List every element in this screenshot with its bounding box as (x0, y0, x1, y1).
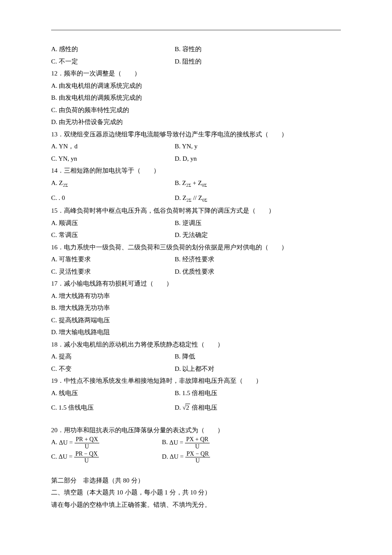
gap (51, 464, 341, 474)
exam-page: A. 感性的 B. 容性的 C. 不一定 D. 阻性的 12．频率的一次调整是（… (0, 0, 392, 555)
q13-opt-b: B. YN, y (175, 140, 341, 153)
q11-option-row-1: A. 感性的 B. 容性的 (51, 43, 341, 55)
q19-opt-b: B. 1.5 倍相电压 (175, 387, 341, 399)
q14-d-math: Z2Σ // Z0Σ (182, 194, 207, 201)
q14-b-math: Z2Σ + Z0Σ (182, 179, 207, 186)
q20-d-eq: ΔU = PX − QRU (170, 453, 210, 460)
q14-a-label: A. (51, 179, 58, 186)
radicand: 2 (185, 404, 190, 411)
q16-option-row-2: C. 灵活性要求 D. 优质性要求 (51, 266, 341, 278)
denominator: U (185, 457, 210, 464)
q20-opt-a: A. ΔU = PR + QXU (51, 436, 162, 450)
option-a: A. 感性的 (51, 43, 175, 55)
q19-option-row-2: C. 1.5 倍线电压 D. √2 倍相电压 (51, 402, 341, 414)
math-par: // (191, 194, 198, 201)
numerator: PX + QR (185, 436, 210, 443)
q14-option-row-1: A. Z2Σ B. Z2Σ + Z0Σ (51, 177, 341, 190)
math-sub: 0Σ (202, 197, 207, 202)
q14-b-label: B. (175, 179, 181, 186)
q19-opt-d: D. √2 倍相电压 (175, 402, 341, 414)
q12-opt-d: D. 由无功补偿设备完成的 (51, 116, 341, 128)
q14-d-label: D. (175, 194, 181, 201)
fill-blank-note: 请在每小题的空格中填上正确答案。错填、不填均无分。 (51, 499, 341, 511)
denominator: U (74, 457, 99, 464)
q17-opt-c: C. 提高线路两端电压 (51, 314, 341, 327)
q15-option-row-2: C. 常调压 D. 无法确定 (51, 229, 341, 241)
q17-opt-b: B. 增大线路无功功率 (51, 302, 341, 314)
option-b: B. 容性的 (175, 43, 341, 55)
q19-stem: 19．中性点不接地系统发生单相接地短路时，非故障相电压升高至（ ） (51, 375, 341, 387)
q11-option-row-2: C. 不一定 D. 阻性的 (51, 55, 341, 68)
q16-opt-d: D. 优质性要求 (175, 266, 341, 278)
q15-option-row-1: A. 顺调压 B. 逆调压 (51, 217, 341, 229)
q16-opt-b: B. 经济性要求 (175, 253, 341, 266)
math-base: Z (198, 179, 202, 186)
q19-opt-c: C. 1.5 倍线电压 (51, 402, 175, 414)
q20-a-label: A. (51, 439, 58, 446)
math-sub: 0Σ (202, 182, 207, 188)
q18-stem: 18．减小发电机组的原动机出力将使系统静态稳定性（ ） (51, 338, 341, 351)
math-sub: 2Σ (186, 182, 191, 188)
math-sub: 2Σ (187, 197, 192, 202)
q17-opt-a: A. 增大线路有功功率 (51, 290, 341, 302)
q13-option-row-1: A. YN，d B. YN, y (51, 140, 341, 153)
q15-opt-d: D. 无法确定 (175, 229, 341, 241)
q16-opt-c: C. 灵活性要求 (51, 266, 175, 278)
fraction: PR + QXU (75, 436, 99, 450)
q19-opt-a: A. 线电压 (51, 387, 175, 399)
q16-stem: 16．电力系统中一级负荷、二级负荷和三级负荷的划分依据是用户对供电的（ ） (51, 241, 341, 254)
q14-a-math: Z2Σ (59, 179, 68, 186)
q15-opt-c: C. 常调压 (51, 229, 175, 241)
q17-stem: 17．减小输电线路有功损耗可通过（ ） (51, 278, 341, 290)
fraction: PX + QRU (185, 436, 210, 450)
q13-opt-a: A. YN，d (51, 140, 175, 153)
q17-opt-d: D. 增大输电线路电阻 (51, 326, 341, 338)
option-d: D. 阻性的 (175, 55, 341, 68)
q14-option-row-2: C. . 0 D. Z2Σ // Z0Σ (51, 192, 341, 205)
q14-opt-b: B. Z2Σ + Z0Σ (175, 177, 341, 190)
gap (51, 414, 341, 424)
q20-c-label: C. (51, 453, 57, 460)
du: ΔU = (59, 453, 74, 460)
du: ΔU = (170, 453, 185, 460)
q20-stem: 20．用功率和阻抗表示的电压降落纵分量的表达式为（ ） (51, 424, 341, 436)
q20-opt-c: C. ΔU = PR − QXU (51, 451, 162, 464)
q14-opt-a: A. Z2Σ (51, 177, 175, 190)
q18-option-row-1: A. 提高 B. 降低 (51, 350, 341, 363)
q16-opt-a: A. 可靠性要求 (51, 253, 175, 266)
math-base: Z (182, 179, 186, 186)
q20-option-row-1: A. ΔU = PR + QXU B. ΔU = PX + QRU (51, 436, 341, 450)
q20-b-label: B. (162, 439, 168, 446)
q12-opt-c: C. 由负荷的频率特性完成的 (51, 104, 341, 116)
math-sub: 2Σ (63, 182, 68, 188)
option-c: C. 不一定 (51, 55, 175, 68)
q13-option-row-2: C. YN, yn D. D, yn (51, 153, 341, 165)
q16-option-row-1: A. 可靠性要求 B. 经济性要求 (51, 253, 341, 266)
q14-opt-c: C. . 0 (51, 192, 175, 205)
math-plus: + (191, 179, 198, 186)
q20-opt-b: B. ΔU = PX + QRU (162, 436, 210, 450)
fraction: PR − QXU (74, 451, 99, 464)
numerator: PR − QX (74, 451, 99, 457)
sqrt-expr: √2 (182, 402, 190, 414)
q18-opt-b: B. 降低 (175, 350, 341, 363)
q18-opt-a: A. 提高 (51, 350, 175, 363)
fraction: PX − QRU (185, 451, 210, 464)
fill-blank-header: 二、填空题（本大题共 10 小题，每小题 1 分，共 10 分） (51, 486, 341, 499)
q18-opt-c: C. 不变 (51, 363, 175, 375)
q15-opt-b: B. 逆调压 (175, 217, 341, 229)
q18-opt-d: D. 以上都不对 (175, 363, 341, 375)
q15-opt-a: A. 顺调压 (51, 217, 175, 229)
page-top-rule (51, 30, 341, 30)
part2-header: 第二部分 非选择题（共 80 分） (51, 474, 341, 487)
q12-stem: 12．频率的一次调整是（ ） (51, 67, 341, 80)
q20-c-eq: ΔU = PR − QXU (59, 453, 99, 460)
q12-opt-b: B. 由发电机组的调频系统完成的 (51, 92, 341, 104)
du: ΔU = (170, 439, 185, 446)
q13-opt-c: C. YN, yn (51, 153, 175, 165)
math-base: Z (59, 179, 63, 186)
q20-d-label: D. (162, 453, 168, 460)
q13-opt-d: D. D, yn (175, 153, 341, 165)
q20-opt-d: D. ΔU = PX − QRU (162, 451, 210, 464)
q19-d-tail: 倍相电压 (190, 404, 217, 411)
